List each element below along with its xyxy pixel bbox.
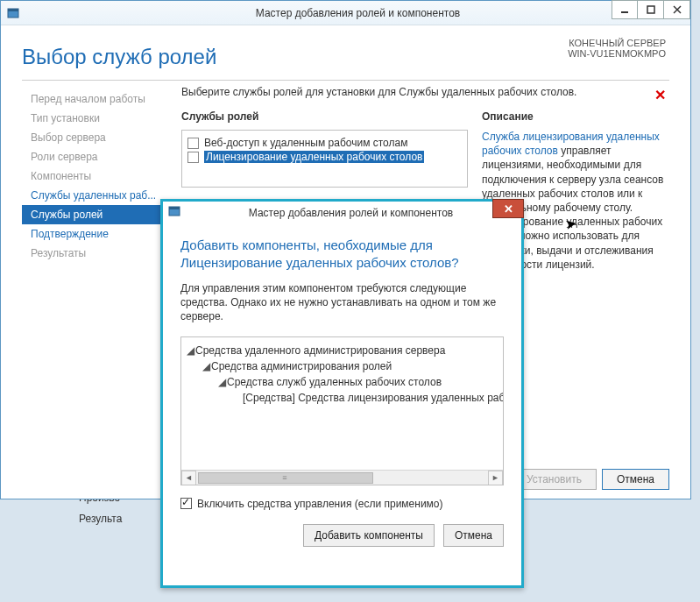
window-controls — [612, 0, 690, 19]
sub-cancel-button[interactable]: Отмена — [443, 524, 504, 547]
nav-features[interactable]: Компоненты — [22, 166, 171, 186]
sub-titlebar: Мастер добавления ролей и компонентов ✕ — [163, 202, 521, 224]
scroll-left-icon[interactable]: ◄ — [181, 471, 196, 485]
role-item-licensing[interactable]: Лицензирование удаленных рабочих столов — [186, 150, 463, 164]
nav-before-you-begin[interactable]: Перед началом работы — [22, 89, 171, 109]
nav-server-roles[interactable]: Роли сервера — [22, 147, 171, 166]
horizontal-scrollbar[interactable]: ◄ ≡ ► — [181, 470, 503, 485]
include-management-row[interactable]: Включить средства управления (если приме… — [180, 498, 504, 510]
include-checkbox[interactable] — [180, 498, 192, 509]
checkbox[interactable] — [187, 152, 199, 163]
nav-results[interactable]: Результаты — [22, 244, 171, 263]
scroll-thumb[interactable]: ≡ — [198, 472, 373, 484]
include-label: Включить средства управления (если приме… — [197, 498, 443, 510]
nav-server-selection[interactable]: Выбор сервера — [22, 128, 171, 147]
features-tree[interactable]: ◢Средства удаленного администрирования с… — [180, 336, 504, 485]
nav-remote-desktop-services[interactable]: Службы удаленных раб... — [22, 186, 171, 205]
cancel-button[interactable]: Отмена — [602, 469, 669, 490]
separator — [22, 80, 669, 81]
nav-role-services[interactable]: Службы ролей — [22, 205, 171, 224]
add-features-dialog: Мастер добавления ролей и компонентов ✕ … — [160, 199, 524, 588]
wizard-footer: Установить Отмена — [512, 469, 669, 490]
destination-server: КОНЕЧНЫЙ СЕРВЕР WIN-VU1ENMOKMPO — [568, 38, 666, 59]
install-button[interactable]: Установить — [512, 469, 597, 490]
app-icon — [168, 205, 180, 221]
sub-close-button[interactable]: ✕ — [492, 199, 524, 218]
minimize-button[interactable] — [612, 0, 638, 19]
close-button[interactable] — [664, 0, 690, 19]
add-features-button[interactable]: Добавить компоненты — [303, 524, 435, 547]
svg-rect-3 — [647, 6, 654, 13]
svg-rect-1 — [8, 9, 18, 11]
instruction-text: Выберите службы ролей для установки для … — [181, 86, 666, 98]
wizard-nav: Перед началом работы Тип установки Выбор… — [22, 86, 171, 442]
maximize-button[interactable] — [638, 0, 664, 19]
app-icon — [6, 6, 20, 20]
sub-instruction: Для управления этим компонентом требуютс… — [180, 281, 504, 324]
roles-listbox: Веб-доступ к удаленным рабочим столам Ли… — [181, 130, 468, 188]
nav-confirmation[interactable]: Подтверждение — [22, 224, 171, 244]
titlebar: Мастер добавления ролей и компонентов — [1, 1, 690, 25]
checkbox[interactable] — [187, 138, 199, 149]
sub-heading: Добавить компоненты, необходимые для Лиц… — [180, 237, 504, 271]
window-title: Мастер добавления ролей и компонентов — [25, 7, 690, 19]
sub-window-title: Мастер добавления ролей и компонентов — [180, 207, 521, 219]
svg-rect-7 — [169, 207, 180, 209]
scroll-right-icon[interactable]: ► — [488, 471, 503, 485]
roles-heading: Службы ролей — [181, 110, 468, 123]
nav-installation-type[interactable]: Тип установки — [22, 109, 171, 128]
description-heading: Описание — [482, 110, 666, 123]
role-item-web-access[interactable]: Веб-доступ к удаленным рабочим столам — [186, 136, 463, 150]
